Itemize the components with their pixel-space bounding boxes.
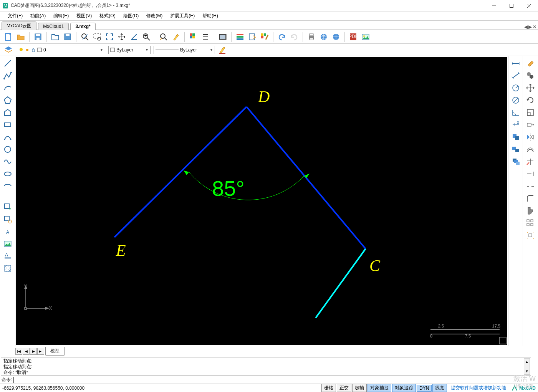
block-create-tool[interactable] (2, 213, 14, 225)
open-folder-button[interactable] (15, 31, 26, 42)
measure-angle-button[interactable] (129, 31, 139, 42)
dim-diameter-tool[interactable] (510, 94, 522, 106)
tab-scroll-right-icon[interactable]: ▶ (528, 24, 532, 30)
polyline-tool[interactable] (2, 70, 14, 81)
scroll-up-icon[interactable]: ▲ (524, 359, 530, 365)
copy-tool[interactable] (524, 70, 536, 81)
scale-tool[interactable] (524, 107, 536, 118)
circle-tool[interactable] (2, 144, 14, 155)
list-button[interactable] (200, 31, 211, 42)
screenshot-button[interactable] (217, 31, 228, 42)
tab-scroll-left-icon[interactable]: ◀ (524, 24, 528, 30)
offset-tool[interactable] (524, 144, 536, 155)
erase-tool[interactable] (524, 58, 536, 69)
block-insert-tool[interactable] (2, 201, 14, 213)
edit-pencil-icon[interactable] (218, 45, 227, 55)
menu-draw[interactable]: 绘图(D) (119, 12, 143, 20)
rotate-tool[interactable] (524, 94, 536, 106)
find-button[interactable] (158, 31, 169, 42)
maximize-button[interactable] (503, 0, 520, 12)
toggle-ortho[interactable]: 正交 (337, 384, 351, 392)
properties-button[interactable] (259, 31, 270, 42)
array-tool[interactable] (524, 217, 536, 229)
color-selector[interactable]: ByLayer ▼ (108, 46, 151, 54)
tab-close-icon[interactable]: ✕ (533, 24, 536, 30)
layout-last-button[interactable]: ▶| (37, 348, 44, 355)
web-button[interactable] (318, 31, 329, 42)
undo-button[interactable] (276, 31, 287, 42)
spline-tool[interactable] (2, 156, 14, 167)
menu-view[interactable]: 视图(V) (73, 12, 96, 20)
trim-tool[interactable] (524, 156, 536, 167)
polygon-tool[interactable] (2, 94, 14, 106)
menu-ext[interactable]: 扩展工具(E) (166, 12, 199, 20)
layout-first-button[interactable]: |◀ (15, 348, 22, 355)
rectangle-tool[interactable] (2, 119, 14, 131)
toggle-polar[interactable]: 极轴 (352, 384, 367, 392)
arc-tool[interactable] (2, 82, 14, 94)
save-as-button[interactable] (62, 31, 73, 42)
zoom-window-button[interactable] (79, 31, 90, 42)
close-button[interactable] (520, 0, 538, 12)
feedback-link[interactable]: 提交软件问题或增加新功能 (451, 385, 506, 391)
toggle-otrack[interactable]: 对象追踪 (392, 384, 416, 392)
toggle-osnap[interactable]: 对象捕捉 (367, 384, 391, 392)
color-grid-button[interactable] (188, 31, 199, 42)
menu-edit[interactable]: 编辑(E) (50, 12, 73, 20)
linetype-selector[interactable]: ByLayer ▼ (154, 46, 215, 54)
toggle-dyn[interactable]: DYN (417, 385, 432, 392)
web2-button[interactable] (331, 31, 341, 42)
move-tool[interactable] (524, 82, 536, 94)
explode-tool[interactable] (524, 230, 536, 241)
image-insert-tool[interactable] (2, 238, 14, 250)
command-input[interactable] (13, 377, 531, 383)
ellipse-arc-tool[interactable] (2, 180, 14, 192)
ellipse-tool[interactable] (2, 168, 14, 180)
zoom-extents-button[interactable] (104, 31, 115, 42)
print-button[interactable] (306, 31, 317, 42)
layer-selector[interactable]: 0 ▼ (17, 46, 105, 54)
layers-icon[interactable] (3, 45, 14, 55)
pdf-button[interactable]: PDF (348, 31, 359, 42)
fillet-tool[interactable] (524, 193, 536, 204)
dim-aligned-tool[interactable] (510, 70, 522, 81)
open-button[interactable] (50, 31, 61, 42)
mtext-tool[interactable]: A (2, 250, 14, 262)
arc3p-tool[interactable] (2, 131, 14, 143)
dim-ordinate-tool[interactable]: x (510, 119, 522, 131)
viewport-corner[interactable] (499, 337, 507, 344)
menu-modify[interactable]: 修改(M) (142, 12, 166, 20)
pan-button[interactable] (116, 31, 127, 42)
highlight-button[interactable] (171, 31, 181, 42)
break-tool[interactable] (524, 180, 536, 192)
text-tool[interactable]: A (2, 226, 14, 237)
zoom-rect-button[interactable] (92, 31, 103, 42)
copy-rect-tool[interactable] (510, 131, 522, 143)
dim-angular-tool[interactable] (510, 107, 522, 118)
chamfer-tool[interactable] (524, 205, 536, 217)
layout-next-button[interactable]: ▶ (30, 348, 37, 355)
palette-button[interactable] (235, 31, 245, 42)
pentagon-tool[interactable] (2, 107, 14, 118)
line-tool[interactable] (2, 58, 14, 69)
menu-file[interactable]: 文件(F) (4, 12, 26, 20)
toggle-lineweight[interactable]: 线宽 (432, 384, 447, 392)
scroll-down-icon[interactable]: ▼ (524, 368, 530, 374)
save-button[interactable] (33, 31, 43, 42)
mirror-tool[interactable] (524, 131, 536, 143)
command-scrollbar[interactable]: ▲ ▼ (524, 358, 530, 375)
tab-mxcad-cloud[interactable]: MxCAD云图 (2, 22, 36, 30)
menu-format[interactable]: 格式(O) (96, 12, 119, 20)
layer-stack-tool[interactable] (510, 156, 522, 167)
extend-tool[interactable] (524, 168, 536, 180)
toggle-grid[interactable]: 栅格 (321, 384, 336, 392)
minimize-button[interactable] (485, 0, 503, 12)
menu-help[interactable]: 帮助(H) (199, 12, 222, 20)
menu-func[interactable]: 功能(A) (26, 12, 50, 20)
stretch-tool[interactable] (524, 119, 536, 131)
hatch-tool[interactable] (2, 263, 14, 274)
layout-prev-button[interactable]: ◀ (23, 348, 30, 355)
image-button[interactable] (360, 31, 371, 42)
new-file-button[interactable] (3, 31, 14, 42)
redo-button[interactable] (289, 31, 300, 42)
